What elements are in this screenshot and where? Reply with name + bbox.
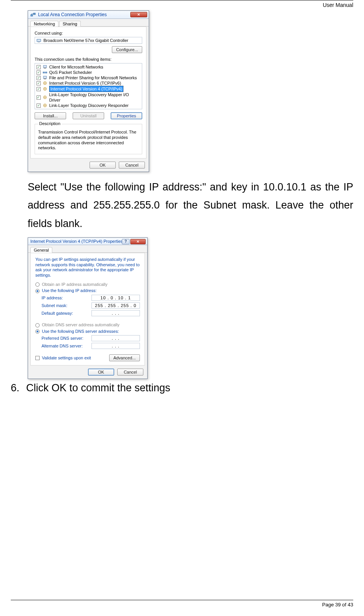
- radio-auto-dns-label: Obtain DNS server address automatically: [42, 322, 120, 327]
- radio-manual-dns[interactable]: Use the following DNS server addresses:: [35, 329, 140, 334]
- default-gateway-field[interactable]: . . .: [91, 310, 140, 316]
- ipv4-properties-dialog: Internet Protocol Version 4 (TCP/IPv4) P…: [28, 237, 148, 379]
- description-text: Transmission Control Protocol/Internet P…: [38, 130, 139, 151]
- validate-label: Validate settings upon exit: [42, 356, 91, 360]
- svg-rect-0: [31, 15, 33, 16]
- item-label: QoS Packet Scheduler: [49, 70, 92, 75]
- checkbox-icon[interactable]: ✓: [37, 95, 41, 100]
- page-number: Page 39 of 43: [322, 602, 353, 608]
- adapter-name: Broadcom NetXtreme 57xx Gigabit Controll…: [43, 38, 128, 43]
- list-item[interactable]: ✓Client for Microsoft Networks: [35, 64, 142, 70]
- subnet-mask-field[interactable]: 255 . 255 . 255 . 0: [91, 302, 140, 309]
- svg-rect-9: [44, 78, 46, 79]
- checkbox-icon[interactable]: ✓: [37, 65, 41, 69]
- network-icon: [30, 12, 36, 17]
- ipv4-intro: You can get IP settings assigned automat…: [35, 257, 140, 278]
- file-print-icon: [43, 75, 47, 80]
- radio-auto-ip-label: Obtain an IP address automatically: [42, 282, 107, 287]
- help-icon[interactable]: ?: [122, 239, 130, 244]
- ip-address-field[interactable]: 10 . 0 . 10 . 1: [91, 295, 140, 301]
- dialog1-tabs: Networking Sharing: [28, 19, 149, 27]
- properties-button[interactable]: Properties: [111, 112, 142, 119]
- dialog1-titlebar[interactable]: Local Area Connection Properties ✕: [28, 11, 149, 19]
- header-title: User Manual: [323, 2, 353, 8]
- dialog1-title: Local Area Connection Properties: [38, 12, 107, 17]
- checkbox-icon[interactable]: [35, 356, 40, 360]
- checkbox-icon[interactable]: ✓: [37, 104, 41, 108]
- qos-icon: [43, 70, 47, 75]
- preferred-dns-label: Preferred DNS server:: [42, 336, 91, 341]
- step-text: Click OK to commit the settings: [26, 382, 353, 394]
- list-item[interactable]: ✓Link-Layer Topology Discovery Responder: [35, 103, 142, 108]
- checkbox-icon[interactable]: ✓: [37, 87, 41, 91]
- validate-checkbox[interactable]: Validate settings upon exit: [35, 356, 91, 361]
- svg-rect-5: [44, 68, 46, 68]
- tab-general[interactable]: General: [30, 247, 52, 253]
- nic-icon: [37, 38, 41, 43]
- radio-manual-ip[interactable]: Use the following IP address:: [35, 288, 140, 293]
- step-6: 6. Click OK to commit the settings: [28, 382, 353, 394]
- instruction-text: Select "Use the following IP address:" a…: [28, 178, 353, 233]
- list-item[interactable]: ✓Internet Protocol Version 6 (TCP/IPv6): [35, 80, 142, 86]
- item-label: File and Printer Sharing for Microsoft N…: [49, 75, 137, 80]
- lltd-mapper-icon: [43, 95, 47, 100]
- item-label: Link-Layer Topology Discovery Mapper I/O…: [49, 92, 140, 103]
- item-label: Internet Protocol Version 4 (TCP/IPv4): [49, 86, 123, 92]
- lltd-responder-icon: [43, 103, 47, 108]
- connect-using-label: Connect using:: [35, 31, 142, 35]
- radio-auto-dns: Obtain DNS server address automatically: [35, 322, 140, 327]
- connection-items-list[interactable]: ✓Client for Microsoft Networks ✓QoS Pack…: [35, 63, 142, 109]
- local-area-connection-dialog: Local Area Connection Properties ✕ Netwo…: [28, 10, 149, 172]
- list-item[interactable]: ✓File and Printer Sharing for Microsoft …: [35, 75, 142, 80]
- ip-address-label: IP address:: [42, 295, 91, 300]
- adapter-field[interactable]: Broadcom NetXtreme 57xx Gigabit Controll…: [35, 37, 142, 44]
- alternate-dns-field[interactable]: . . .: [91, 343, 140, 349]
- install-button[interactable]: Install...: [35, 112, 66, 119]
- item-label: Client for Microsoft Networks: [49, 64, 103, 70]
- radio-manual-ip-label: Use the following IP address:: [42, 288, 96, 293]
- svg-rect-8: [43, 76, 47, 78]
- uninstall-button: Uninstall: [73, 112, 104, 119]
- items-label: This connection uses the following items…: [35, 57, 142, 62]
- svg-rect-4: [43, 65, 47, 68]
- default-gateway-label: Default gateway:: [42, 311, 91, 316]
- dialog2-titlebar[interactable]: Internet Protocol Version 4 (TCP/IPv4) P…: [28, 238, 147, 245]
- step-number: 6.: [11, 382, 26, 394]
- checkbox-icon[interactable]: ✓: [37, 76, 41, 80]
- configure-button[interactable]: Configure...: [112, 46, 142, 53]
- advanced-button[interactable]: Advanced...: [109, 354, 140, 361]
- ipv4-icon: [43, 87, 47, 91]
- radio-manual-dns-label: Use the following DNS server addresses:: [42, 329, 119, 334]
- close-icon[interactable]: ✕: [130, 12, 147, 17]
- cancel-button[interactable]: Cancel: [119, 162, 145, 169]
- ipv6-icon: [43, 81, 47, 85]
- description-heading: Description: [38, 121, 61, 126]
- svg-rect-3: [38, 42, 40, 42]
- list-item[interactable]: ✓Link-Layer Topology Discovery Mapper I/…: [35, 92, 142, 103]
- tab-sharing[interactable]: Sharing: [59, 21, 81, 27]
- footer: Page 39 of 43: [11, 600, 353, 608]
- item-label: Internet Protocol Version 6 (TCP/IPv6): [49, 80, 121, 86]
- tab-networking[interactable]: Networking: [30, 21, 58, 27]
- radio-auto-ip[interactable]: Obtain an IP address automatically: [35, 282, 140, 287]
- ok-button[interactable]: OK: [90, 162, 116, 169]
- svg-rect-7: [45, 72, 47, 73]
- alternate-dns-label: Alternate DNS server:: [42, 344, 91, 348]
- checkbox-icon[interactable]: ✓: [37, 81, 41, 85]
- preferred-dns-field[interactable]: . . .: [91, 335, 140, 341]
- header: User Manual: [11, 0, 353, 8]
- close-icon[interactable]: ✕: [130, 239, 146, 244]
- checkbox-icon[interactable]: ✓: [37, 70, 41, 75]
- list-item-selected[interactable]: ✓Internet Protocol Version 4 (TCP/IPv4): [35, 86, 142, 92]
- dialog2-title: Internet Protocol Version 4 (TCP/IPv4) P…: [30, 239, 123, 244]
- item-label: Link-Layer Topology Discovery Responder: [49, 103, 128, 108]
- svg-rect-6: [43, 72, 45, 73]
- ok-button[interactable]: OK: [88, 369, 114, 376]
- cancel-button[interactable]: Cancel: [117, 369, 143, 376]
- client-icon: [43, 65, 47, 69]
- list-item[interactable]: ✓QoS Packet Scheduler: [35, 70, 142, 75]
- subnet-mask-label: Subnet mask:: [42, 303, 91, 308]
- svg-rect-2: [37, 39, 41, 42]
